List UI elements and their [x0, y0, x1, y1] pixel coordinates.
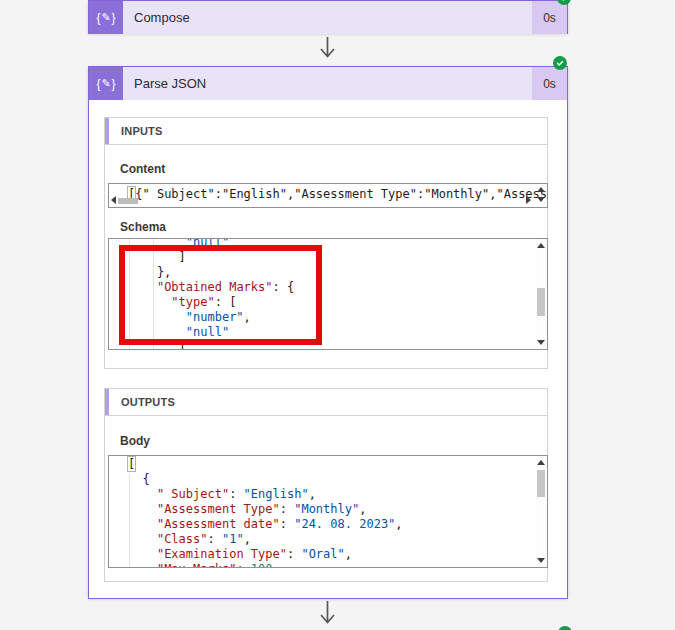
outputs-section-header: OUTPUTS: [105, 389, 547, 416]
connector-arrow-icon: [317, 601, 338, 630]
compose-card-title: Compose: [134, 10, 190, 25]
scroll-down-arrow-icon[interactable]: [537, 197, 545, 202]
scroll-up-arrow-icon[interactable]: [537, 460, 545, 465]
action-card-parse-json: {✎} Parse JSON 0s INPUTS Content [{" Sub…: [88, 66, 568, 599]
connector-arrow-icon: [317, 37, 338, 64]
parse-json-success-check-icon: [553, 56, 567, 70]
body-field-label: Body: [120, 434, 150, 448]
outputs-section: OUTPUTS Body [ { " Subject": "English", …: [104, 388, 548, 582]
inputs-section-header: INPUTS: [105, 118, 547, 145]
outputs-section-title: OUTPUTS: [121, 396, 175, 408]
action-card-compose: {✎} Compose 0s: [88, 0, 568, 34]
schema-editor[interactable]: "null" ] }, "Obtained Marks": { "type": …: [108, 238, 548, 350]
inputs-section: INPUTS Content [{" Subject":"English","A…: [104, 117, 548, 369]
scroll-down-arrow-icon[interactable]: [537, 340, 545, 345]
inputs-section-title: INPUTS: [121, 125, 163, 137]
section-accent-bar: [105, 118, 109, 144]
vertical-scrollbar-thumb[interactable]: [537, 470, 545, 497]
scroll-down-arrow-icon[interactable]: [537, 558, 545, 563]
flow-run-canvas: {✎} Compose 0s {✎} Parse JSON 0s INPUTS …: [0, 0, 675, 630]
parse-json-card-header[interactable]: {✎} Parse JSON 0s: [89, 67, 567, 100]
parse-json-duration-badge: 0s: [532, 67, 567, 100]
horizontal-scrollbar-thumb[interactable]: [118, 198, 138, 204]
content-field-label: Content: [120, 162, 165, 176]
schema-field-label: Schema: [120, 220, 166, 234]
schema-editor-value: "null" ] }, "Obtained Marks": { "type": …: [109, 238, 534, 350]
vertical-scrollbar[interactable]: [535, 456, 547, 567]
body-output-viewer[interactable]: [ { " Subject": "English", "Assessment T…: [108, 455, 548, 568]
vertical-scrollbar-thumb[interactable]: [537, 288, 545, 316]
section-accent-bar: [105, 389, 109, 415]
scroll-up-arrow-icon[interactable]: [537, 187, 545, 192]
scroll-up-arrow-icon[interactable]: [537, 243, 545, 248]
scroll-left-arrow-icon[interactable]: [111, 196, 116, 204]
compose-duration-badge: 0s: [532, 1, 567, 34]
parse-json-card-title: Parse JSON: [134, 76, 206, 91]
compose-card-header[interactable]: {✎} Compose 0s: [89, 1, 567, 34]
content-input[interactable]: [{" Subject":"English","Assessment Type"…: [108, 183, 548, 208]
braces-pencil-icon: {✎}: [89, 1, 123, 34]
content-input-value: [{" Subject":"English","Assessment Type"…: [109, 187, 533, 202]
scroll-right-arrow-icon[interactable]: [526, 196, 531, 204]
vertical-scrollbar[interactable]: [535, 239, 547, 349]
braces-pencil-icon: {✎}: [89, 67, 123, 100]
next-action-success-check-icon: [558, 626, 572, 630]
body-output-value: [ { " Subject": "English", "Assessment T…: [109, 457, 534, 568]
